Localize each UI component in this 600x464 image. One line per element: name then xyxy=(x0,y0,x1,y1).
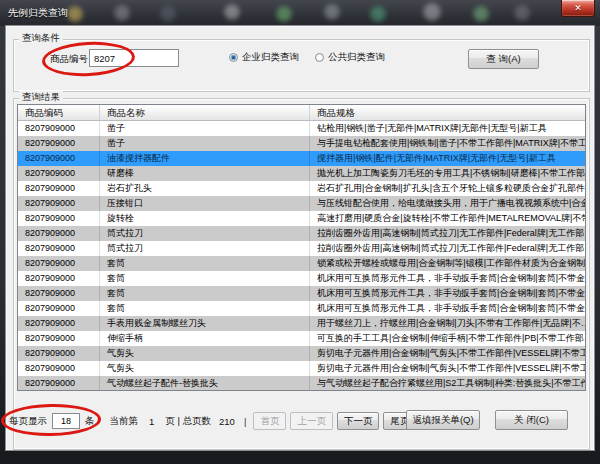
table-row[interactable]: 8207909000套筒机床用可互换筒形元件工具，非手动扳手套筒|合金钢制|套筒… xyxy=(18,286,585,301)
table-row[interactable]: 8207909000套筒机床用可互换筒形元件工具，非手动扳手套筒|合金钢制|套筒… xyxy=(18,271,585,286)
per-page-label: 每页显示 xyxy=(9,415,47,428)
query-button[interactable]: 查 询(A) xyxy=(468,49,539,69)
table-cell: 气动螺丝起子配件-替换批头 xyxy=(100,376,310,391)
table-row[interactable]: 8207909000研磨棒抛光机上加工陶瓷剪刀毛坯的专用工具|不锈钢制|研磨棒|… xyxy=(18,166,585,181)
total-pages-label: 页 | 总页数 xyxy=(165,415,211,428)
radio-enterprise-label: 企业归类查询 xyxy=(242,51,299,64)
table-cell: 搅拌器用|钢铁|配件|无部件|MATRIX牌|无部件|无型号|新工具 xyxy=(310,151,585,166)
table-cell: 伸缩手柄 xyxy=(100,331,310,346)
table-row[interactable]: 8207909000气动螺丝起子配件-替换批头与气动螺丝起子配合拧紧螺丝用|S2… xyxy=(18,376,585,391)
table-cell: 与手提电钻枪配套使用|钢铁制|凿子|不带工作部件|MATRIX牌|不带工… xyxy=(310,136,585,151)
table-cell: 凿子 xyxy=(100,136,310,151)
query-conditions-label: 查询条件 xyxy=(19,32,63,45)
table-row[interactable]: 8207909000手表用贱金属制螺丝刀头用于螺丝刀上，拧螺丝用|合金钢制|刀头… xyxy=(18,316,585,331)
table-cell: 8207909000 xyxy=(18,331,100,346)
table-cell: 研磨棒 xyxy=(100,166,310,181)
table-cell: 旋转栓 xyxy=(100,211,310,226)
table-cell: 8207909000 xyxy=(18,136,100,151)
table-cell: 手表用贱金属制螺丝刀头 xyxy=(100,316,310,331)
titlebar[interactable]: 先例归类查询 ✕ xyxy=(0,0,600,26)
table-cell: 8207909000 xyxy=(18,151,100,166)
table-cell: 气剪头 xyxy=(100,346,310,361)
table-row[interactable]: 8207909000凿子钻枪用|钢铁|凿子|无部件|MATRIX牌|无部件|无型… xyxy=(18,121,585,136)
table-cell: 8207909000 xyxy=(18,376,100,391)
table-cell: 与压线钳配合使用，给电缆做接头用，用于广播电视视频系统中|合金… xyxy=(310,196,585,211)
radio-public-query[interactable]: 公共归类查询 xyxy=(315,51,385,64)
per-page-unit: 条 xyxy=(85,415,95,428)
first-page-button[interactable]: 首页 xyxy=(253,412,286,430)
table-cell: 8207909000 xyxy=(18,196,100,211)
table-cell: 气剪头 xyxy=(100,361,310,376)
table-row[interactable]: 8207909000旋转栓高速打磨用|硬质合金|旋转栓|不带工作部件|METAL… xyxy=(18,211,585,226)
table-cell: 8207909000 xyxy=(18,256,100,271)
table-cell: 可互换的手工工具|合金钢制|伸缩手柄|不带工作部件|PB|不带工作部… xyxy=(310,331,585,346)
table-cell: 套筒 xyxy=(100,271,310,286)
pagination-bar: 每页显示 条 当前第 1 页 | 总页数 210 | 首页 上一页 下一页 尾页 xyxy=(9,411,416,431)
next-page-button[interactable]: 下一页 xyxy=(337,412,380,430)
results-table: 商品编码 商品名称 商品规格 8207909000凿子钻枪用|钢铁|凿子|无部件… xyxy=(17,104,586,391)
header-product-name[interactable]: 商品名称 xyxy=(100,105,310,120)
dialog-window: 先例归类查询 ✕ 查询条件 商品编号 企业归类查询 公共归类查询 查 询(A) … xyxy=(0,0,600,464)
table-cell: 剪切电子元器件用|合金钢制|气剪头|不带工作部件|VESSEL牌|不带工… xyxy=(310,361,585,376)
table-cell: 拉削齿圈外齿用|高速钢制|筒式拉刀|无工作部件|Federal牌|无工作部… xyxy=(310,226,585,241)
current-page-value: 1 xyxy=(149,416,154,427)
product-code-label: 商品编号 xyxy=(50,53,88,66)
results-table-header: 商品编码 商品名称 商品规格 xyxy=(18,105,585,121)
table-cell: 8207909000 xyxy=(18,271,100,286)
radio-unselected-icon xyxy=(315,53,324,62)
table-cell: 8207909000 xyxy=(18,361,100,376)
table-row[interactable]: 8207909000套筒机床用可互换筒形元件工具，非手动扳手套筒|合金钢制|套筒… xyxy=(18,301,585,316)
table-cell: 8207909000 xyxy=(18,301,100,316)
close-button[interactable]: ✕ xyxy=(561,0,595,17)
table-cell: 机床用可互换筒形元件工具，非手动扳手套筒|合金钢制|套筒|不带金刚… xyxy=(310,301,585,316)
table-cell: 8207909000 xyxy=(18,241,100,256)
table-cell: 凿子 xyxy=(100,121,310,136)
table-row[interactable]: 8207909000筒式拉刀拉削齿圈外齿用|高速钢制|筒式拉刀|无工作部件|Fe… xyxy=(18,241,585,256)
table-row[interactable]: 8207909000伸缩手柄可互换的手工工具|合金钢制|伸缩手柄|不带工作部件|… xyxy=(18,331,585,346)
table-cell: 高速打磨用|硬质合金|旋转栓|不带工作部件|METALREMOVAL牌|不带工… xyxy=(310,211,585,226)
window-title: 先例归类查询 xyxy=(8,6,68,20)
header-product-spec[interactable]: 商品规格 xyxy=(310,105,585,120)
table-cell: 用于螺丝刀上，拧螺丝用|合金钢制|刀头|不带有工作部件|无品牌|不… xyxy=(310,316,585,331)
table-cell: 套筒 xyxy=(100,256,310,271)
per-page-input[interactable] xyxy=(52,413,80,429)
total-pages-value: 210 xyxy=(219,416,235,427)
dialog-body: 查询条件 商品编号 企业归类查询 公共归类查询 查 询(A) 查询结果 商品编码… xyxy=(5,25,595,451)
table-cell: 机床用可互换筒形元件工具，非手动扳手套筒|合金钢制|套筒|不带金刚… xyxy=(310,271,585,286)
table-cell: 岩石扩孔用|合金钢制|扩孔头|含五个牙轮上镶多粒硬质合金扩孔部件|… xyxy=(310,181,585,196)
radio-enterprise-query[interactable]: 企业归类查询 xyxy=(229,51,299,64)
table-row[interactable]: 8207909000气剪头剪切电子元器件用|合金钢制|气剪头|不带工作部件|VE… xyxy=(18,346,585,361)
table-cell: 8207909000 xyxy=(18,121,100,136)
table-cell: 机床用可互换筒形元件工具，非手动扳手套筒|合金钢制|套筒|不带金刚… xyxy=(310,286,585,301)
product-code-input[interactable] xyxy=(89,49,179,67)
table-cell: 筒式拉刀 xyxy=(100,241,310,256)
dialog-close-button[interactable]: 关 闭(C) xyxy=(495,410,568,430)
current-page-label: 当前第 xyxy=(110,415,139,428)
table-row[interactable]: 8207909000岩石扩孔头岩石扩孔用|合金钢制|扩孔头|含五个牙轮上镶多粒硬… xyxy=(18,181,585,196)
table-row[interactable]: 8207909000压接钳口与压线钳配合使用，给电缆做接头用，用于广播电视视频系… xyxy=(18,196,585,211)
table-cell: 套筒 xyxy=(100,301,310,316)
backfill-declaration-button[interactable]: 返填报关单(Q) xyxy=(406,410,480,430)
pagination-separator: | xyxy=(244,416,246,427)
table-cell: 筒式拉刀 xyxy=(100,226,310,241)
table-cell: 钻枪用|钢铁|凿子|无部件|MATRIX牌|无部件|无型号|新工具 xyxy=(310,121,585,136)
table-cell: 拉削齿圈外齿用|高速钢制|筒式拉刀|无工作部件|Federal牌|无工作部… xyxy=(310,241,585,256)
table-row[interactable]: 8207909000凿子与手提电钻枪配套使用|钢铁制|凿子|不带工作部件|MAT… xyxy=(18,136,585,151)
titlebar-glass-reflections xyxy=(0,0,600,26)
table-cell: 8207909000 xyxy=(18,166,100,181)
radio-public-label: 公共归类查询 xyxy=(328,51,385,64)
table-row[interactable]: 8207909000套筒锁紧或松开螺栓或螺母用|合金钢制等|锻模|工作部件材质为… xyxy=(18,256,585,271)
table-cell: 8207909000 xyxy=(18,181,100,196)
table-cell: 抛光机上加工陶瓷剪刀毛坯的专用工具|不锈钢制|研磨棒|不带工作部… xyxy=(310,166,585,181)
close-icon: ✕ xyxy=(574,4,582,13)
table-row[interactable]: 8207909000气剪头剪切电子元器件用|合金钢制|气剪头|不带工作部件|VE… xyxy=(18,361,585,376)
header-product-code[interactable]: 商品编码 xyxy=(18,105,100,120)
table-cell: 与气动螺丝起子配合拧紧螺丝用|S2工具钢制|种类:替换批头|不带工作… xyxy=(310,376,585,391)
prev-page-button[interactable]: 上一页 xyxy=(290,412,333,430)
table-cell: 套筒 xyxy=(100,286,310,301)
table-row[interactable]: 8207909000油漆搅拌器配件搅拌器用|钢铁|配件|无部件|MATRIX牌|… xyxy=(18,151,585,166)
table-cell: 岩石扩孔头 xyxy=(100,181,310,196)
table-cell: 8207909000 xyxy=(18,211,100,226)
table-cell: 锁紧或松开螺栓或螺母用|合金钢制等|锻模|工作部件材质为合金钢制|… xyxy=(310,256,585,271)
table-row[interactable]: 8207909000筒式拉刀拉削齿圈外齿用|高速钢制|筒式拉刀|无工作部件|Fe… xyxy=(18,226,585,241)
